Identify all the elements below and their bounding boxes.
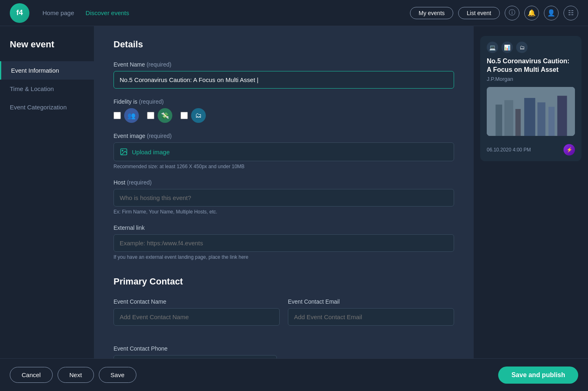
contact-phone-group: Event Contact Phone bbox=[114, 345, 277, 358]
event-image-group: Event image (required) Upload image Reco… bbox=[114, 133, 454, 169]
sidebar: New event Event Information Time & Locat… bbox=[0, 26, 94, 358]
event-image-label: Event image (required) bbox=[114, 133, 454, 139]
city-image bbox=[487, 87, 575, 136]
next-button[interactable]: Next bbox=[58, 367, 94, 383]
preview-icon-3: 🗂 bbox=[516, 42, 528, 53]
external-link-input[interactable] bbox=[114, 234, 454, 252]
fidelity-label: Fidelity is (required) bbox=[114, 98, 454, 105]
contact-name-label: Event Contact Name bbox=[114, 298, 280, 305]
header: f4 Home page Discover events My events L… bbox=[0, 0, 588, 26]
preview-icon-2: 📊 bbox=[501, 42, 513, 53]
nav-discover[interactable]: Discover events bbox=[86, 9, 129, 16]
preview-date: 06.10.2020 4:00 PM bbox=[487, 147, 531, 153]
preview-card-footer: 06.10.2020 4:00 PM ⚡ bbox=[480, 141, 581, 161]
preview-image-container: Draft bbox=[487, 87, 575, 136]
primary-contact-section: Primary Contact Event Contact Name Event… bbox=[114, 276, 454, 358]
upload-image-button[interactable]: Upload image bbox=[114, 142, 454, 161]
primary-contact-title: Primary Contact bbox=[114, 276, 454, 287]
contact-email-input[interactable] bbox=[288, 308, 454, 326]
notifications-icon[interactable]: 🔔 bbox=[524, 6, 539, 20]
footer-bar: Cancel Next Save Save and publish bbox=[0, 358, 588, 391]
details-section: Details Event Name (required) Fidelity i… bbox=[114, 39, 454, 260]
my-events-button[interactable]: My events bbox=[410, 7, 453, 19]
footer-left-buttons: Cancel Next Save bbox=[10, 367, 136, 383]
save-button[interactable]: Save bbox=[99, 367, 136, 383]
main-layout: New event Event Information Time & Locat… bbox=[0, 26, 588, 358]
external-link-group: External link If you have an external ev… bbox=[114, 224, 454, 260]
preview-org: J.P.Morgan bbox=[480, 76, 581, 87]
event-name-label: Event Name (required) bbox=[114, 61, 454, 68]
contact-email-group: Event Contact Email bbox=[288, 298, 454, 326]
contact-phone-input[interactable] bbox=[114, 355, 277, 358]
content-area: Details Event Name (required) Fidelity i… bbox=[94, 26, 474, 358]
profile-icon[interactable]: 👤 bbox=[544, 6, 559, 20]
menu-icon[interactable]: ☷ bbox=[564, 6, 578, 20]
contact-name-input[interactable] bbox=[114, 308, 280, 326]
image-hint: Recommended size: at least 1266 X 450px … bbox=[114, 164, 454, 169]
preview-panel: 💻 📊 🗂 No.5 Coronavirus Caution: A Focus … bbox=[474, 26, 588, 358]
nav-home[interactable]: Home page bbox=[42, 9, 74, 16]
external-link-hint: If you have an external event landing pa… bbox=[114, 254, 454, 260]
contact-name-email-row: Event Contact Name Event Contact Email bbox=[114, 298, 454, 335]
host-label: Host (required) bbox=[114, 179, 454, 186]
preview-icon-1: 💻 bbox=[487, 42, 498, 53]
main-nav: Home page Discover events bbox=[42, 9, 397, 16]
contact-email-label: Event Contact Email bbox=[288, 298, 454, 305]
contact-name-group: Event Contact Name bbox=[114, 298, 280, 326]
preview-card-icons: 💻 📊 🗂 bbox=[480, 36, 581, 53]
sidebar-item-event-information[interactable]: Event Information bbox=[0, 61, 94, 80]
preview-card: 💻 📊 🗂 No.5 Coronavirus Caution: A Focus … bbox=[480, 36, 581, 161]
details-title: Details bbox=[114, 39, 454, 50]
save-publish-button[interactable]: Save and publish bbox=[498, 367, 578, 384]
fidelity-options: 👥 💸 🗂 bbox=[114, 108, 454, 123]
fidelity-group: Fidelity is (required) 👥 💸 🗂 bbox=[114, 98, 454, 123]
fidelity-option-3: 🗂 bbox=[180, 108, 206, 123]
preview-avatar: ⚡ bbox=[564, 144, 575, 156]
header-right: My events List event ⓘ 🔔 👤 ☷ bbox=[410, 6, 578, 20]
fidelity-checkbox-2[interactable] bbox=[147, 112, 154, 119]
host-input[interactable] bbox=[114, 189, 454, 207]
contact-phone-label: Event Contact Phone bbox=[114, 345, 277, 352]
host-hint: Ex: Firm Name, Your Name, Multiple Hosts… bbox=[114, 209, 454, 215]
fidelity-icon-2: 💸 bbox=[158, 108, 172, 123]
svg-point-1 bbox=[122, 150, 123, 151]
list-event-button[interactable]: List event bbox=[458, 7, 500, 19]
logo[interactable]: f4 bbox=[10, 3, 29, 23]
fidelity-option-1: 👥 bbox=[114, 108, 139, 123]
fidelity-icon-1: 👥 bbox=[124, 108, 139, 123]
host-group: Host (required) Ex: Firm Name, Your Name… bbox=[114, 179, 454, 215]
fidelity-option-2: 💸 bbox=[147, 108, 172, 123]
sidebar-page-title: New event bbox=[0, 39, 94, 61]
external-link-label: External link bbox=[114, 224, 454, 231]
event-name-group: Event Name (required) bbox=[114, 61, 454, 89]
fidelity-checkbox-3[interactable] bbox=[180, 112, 188, 119]
info-icon[interactable]: ⓘ bbox=[505, 6, 519, 20]
fidelity-checkbox-1[interactable] bbox=[114, 112, 121, 119]
upload-icon bbox=[120, 148, 128, 156]
sidebar-item-event-categorization[interactable]: Event Categorization bbox=[0, 98, 94, 116]
event-name-input[interactable] bbox=[114, 71, 454, 89]
sidebar-item-time-location[interactable]: Time & Location bbox=[0, 80, 94, 98]
cancel-button[interactable]: Cancel bbox=[10, 367, 53, 383]
preview-title: No.5 Coronavirus Caution: A Focus on Mul… bbox=[480, 53, 581, 76]
fidelity-icon-3: 🗂 bbox=[191, 108, 206, 123]
